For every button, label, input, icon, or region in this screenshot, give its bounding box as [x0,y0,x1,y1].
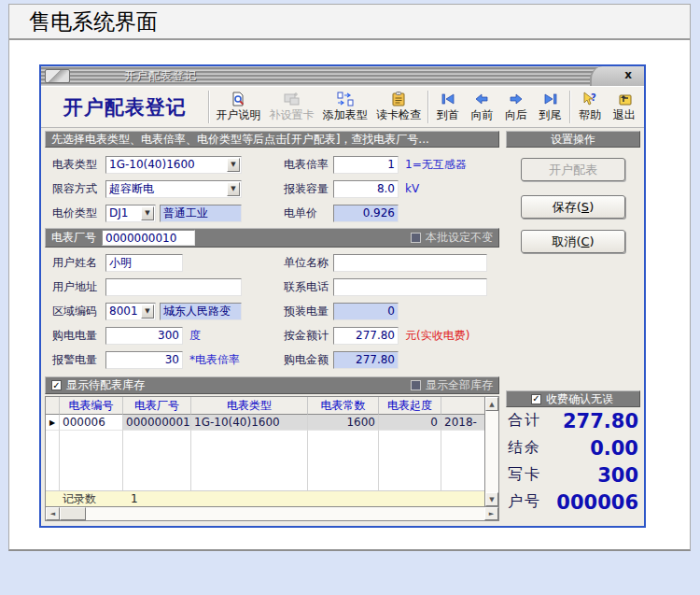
meter-ratio-label: 电表倍率 [284,157,333,173]
vertical-scroll-track[interactable] [485,411,498,492]
form-row-price-type: 电价类型 DJ1 ▼ 普通工业 电单价 0.926 [45,201,499,225]
chevron-down-icon[interactable]: ▼ [141,305,154,319]
account-no-label: 户号 [508,492,541,512]
dialog-titlebar: 开户配表登记 x [41,66,644,86]
purchase-amount-label: 购电金额 [284,352,333,368]
reissue-card-button: 补设置卡 [265,88,318,126]
area-code-value: 8001 [109,305,138,318]
table-row[interactable]: ▶ 000006 0000000010 1G-10(40)1600 1600 0… [46,415,484,431]
toolbar-button-label: 向前 [470,107,493,123]
form-row-area-code: 区域编码 8001 ▼ 城东人民路变 预装电量 0 [45,299,499,323]
unit-price-label: 电单价 [284,205,333,221]
go-next-button[interactable]: 向后 [499,88,534,126]
meter-no-input[interactable]: 0000000010 [102,230,195,246]
table-header-type[interactable]: 电表类型 [191,397,308,415]
dialog-window: 开户配表登记 x 开户配表登记 开户说明 [39,64,646,528]
table-header-start[interactable]: 电表起度 [379,397,441,415]
toolbar-separator [569,91,571,123]
scroll-left-icon[interactable]: ◄ [46,507,60,520]
limit-mode-select[interactable]: 超容断电 ▼ [105,180,242,198]
area-code-select[interactable]: 8001 ▼ [105,303,156,320]
write-card-value: 300 [597,464,638,487]
read-card-check-button[interactable]: 读卡检查 [371,88,425,126]
save-button-key: S [581,200,589,214]
chevron-down-icon[interactable]: ▼ [227,182,240,196]
meter-ratio-hint: 1=无互感器 [405,157,467,173]
meter-ratio-input[interactable]: 1 [333,156,399,174]
record-count-row: 记录数 1 [46,490,484,506]
scroll-right-icon[interactable]: ► [484,507,498,520]
vertical-scrollbar[interactable]: ▲ ▼ [484,397,498,506]
fee-confirm-checkbox[interactable]: ✓ [531,394,541,404]
unit-name-input[interactable] [333,254,487,272]
row-indicator-icon: ▶ [46,415,60,431]
scroll-up-icon[interactable]: ▲ [485,397,498,411]
chevron-down-icon[interactable]: ▼ [141,206,154,220]
horizontal-scroll-track[interactable] [86,507,484,520]
form-row-limit-mode: 限容方式 超容断电 ▼ 报装容量 8.0 kV [45,177,499,201]
exit-button[interactable]: 退出 [607,88,641,126]
go-previous-button[interactable]: 向前 [465,88,499,126]
open-instructions-button[interactable]: 开户说明 [212,88,265,126]
show-pending-label: 显示待配表库存 [66,377,145,393]
toolbar-button-label: 退出 [613,107,636,123]
price-type-label: 电价类型 [52,205,105,221]
arrow-left-icon [473,92,490,106]
table-header-indicator [46,397,60,415]
toolbar-button-label: 添加表型 [323,107,368,123]
table-empty-area [46,431,484,490]
toolbar-button-label: 到尾 [539,107,562,123]
card-icon [284,92,301,106]
table-header-meter-id[interactable]: 电表编号 [60,397,123,415]
total-value: 277.80 [563,410,638,432]
table-header-factory-no[interactable]: 电表厂号 [123,397,191,415]
alarm-qty-input[interactable]: 30 [105,351,183,369]
horizontal-scrollbar[interactable]: ◄ ► [45,507,499,521]
page-card: 售电系统界面 开户配表登记 x 开户配表登记 开户说明 [8,4,691,551]
svg-text:?: ? [591,92,596,103]
save-button[interactable]: 保存(S) [521,195,625,219]
user-addr-input[interactable] [105,278,242,296]
phone-input[interactable] [333,278,487,296]
unit-price-value: 0.926 [333,205,399,222]
arrow-last-icon [542,92,559,106]
user-name-input[interactable]: 小明 [105,254,183,272]
help-button[interactable]: ? 帮助 [573,88,608,126]
toolbar-app-title: 开户配表登记 [44,88,206,126]
price-type-select[interactable]: DJ1 ▼ [105,205,156,222]
go-last-button[interactable]: 到尾 [533,88,567,126]
add-pages-icon [337,92,354,106]
area-code-label: 区域编码 [52,304,105,319]
purchase-qty-input[interactable]: 300 [105,327,183,345]
horizontal-scroll-thumb[interactable] [60,507,86,520]
cell-date: 2018- [441,415,484,431]
go-first-button[interactable]: 到首 [431,88,466,126]
scroll-down-icon[interactable]: ▼ [485,492,498,506]
window-logo-icon [45,69,70,83]
alarm-qty-label: 报警电量 [52,352,105,368]
cancel-button[interactable]: 取消(C) [521,230,625,253]
fee-confirm-label: 收费确认无误 [546,391,613,407]
meter-no-bar: 电表厂号 0000000010 本批设定不变 [45,228,499,248]
meter-type-select[interactable]: 1G-10(40)1600 ▼ [105,156,242,174]
balance-value: 0.00 [590,437,638,460]
form-row-alarm-qty: 报警电量 30 *电表倍率 购电金额 277.80 [45,347,499,372]
show-pending-checkbox[interactable]: ✓ [51,380,62,390]
show-all-label: 显示全部库存 [426,377,493,393]
chevron-down-icon[interactable]: ▼ [227,158,240,172]
price-type-desc: 普通工业 [160,205,242,222]
capacity-input[interactable]: 8.0 [333,180,399,198]
close-button[interactable]: x [621,68,636,81]
form-row-meter-type: 电表类型 1G-10(40)1600 ▼ 电表倍率 1 1=无互感器 [45,152,499,177]
add-meter-type-button[interactable]: 添加表型 [318,88,371,126]
cancel-button-label-pre: 取消( [552,234,581,250]
show-all-checkbox[interactable] [411,380,421,390]
arrow-first-icon [440,92,456,106]
assign-meter-button: 开户配表 [521,158,625,181]
purchase-qty-hint: 度 [189,328,201,344]
purchase-qty-label: 购电电量 [52,328,105,344]
table-header-constant[interactable]: 电表常数 [308,397,379,415]
by-amount-input[interactable]: 277.80 [333,327,399,345]
toolbar: 开户配表登记 开户说明 补设置卡 [41,86,644,128]
batch-fixed-checkbox[interactable] [411,233,421,243]
